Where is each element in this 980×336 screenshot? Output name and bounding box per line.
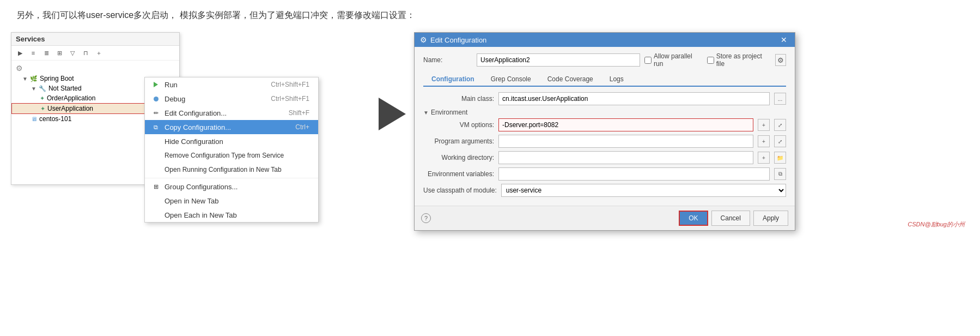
allow-parallel-checkbox[interactable] (644, 57, 652, 64)
open-tab-icon (151, 196, 160, 205)
vm-options-input[interactable] (498, 118, 753, 131)
main-class-input[interactable] (498, 92, 770, 105)
vm-options-fullscreen-btn[interactable]: ⤢ (774, 119, 786, 131)
menu-copy-label: Copy Configuration... (165, 123, 291, 131)
menu-edit-config[interactable]: ✏ Edit Configuration... Shift+F (145, 106, 318, 120)
program-args-input[interactable] (498, 135, 753, 148)
store-as-project-checkbox[interactable] (707, 57, 714, 64)
run-menu-icon (151, 80, 160, 89)
menu-edit-label: Edit Configuration... (165, 109, 284, 117)
springboot-icon: 🌿 (30, 75, 38, 82)
menu-open-running[interactable]: Open Running Configuration in New Tab (145, 163, 318, 177)
config-btn[interactable]: ⊓ (80, 47, 91, 58)
menu-open-each-label: Open Each in New Tab (165, 211, 309, 219)
environment-label: Environment (431, 109, 467, 116)
menu-debug[interactable]: Debug Ctrl+Shift+F1 (145, 92, 318, 106)
menu-open-tab[interactable]: Open in New Tab (145, 194, 318, 208)
menu-remove-config[interactable]: Remove Configuration Type from Service (145, 148, 318, 163)
environment-section-header[interactable]: ▼ Environment (423, 109, 786, 116)
working-dir-row: Working directory: + 📁 (423, 151, 786, 164)
classpath-row: Use classpath of module: user-service (423, 184, 786, 197)
vm-options-label: VM options: (423, 121, 494, 129)
tab-configuration[interactable]: Configuration (423, 72, 483, 87)
arrow-icon (379, 98, 406, 130)
env-vars-copy-btn[interactable]: ⧉ (774, 168, 786, 180)
help-icon[interactable]: ? (421, 213, 431, 223)
expand-icon2: ▼ (31, 86, 36, 92)
dialog-title-left: ⚙ Edit Configuration (420, 35, 486, 44)
dialog-title-icon: ⚙ (420, 35, 427, 44)
menu-debug-label: Debug (165, 95, 266, 103)
services-title: Services (16, 35, 45, 43)
server-icon: 🖥 (31, 116, 37, 122)
store-as-project-label: Store as project file (716, 52, 766, 68)
run-toolbar-btn[interactable]: ▶ (15, 47, 26, 58)
gear-tree-item: ⚙ (11, 63, 179, 74)
vm-options-expand-btn[interactable]: + (758, 119, 770, 131)
menu-divider (145, 178, 318, 178)
main-class-row: Main class: ... (423, 92, 786, 105)
group-btn[interactable]: ⊞ (54, 47, 65, 58)
menu-remove-label: Remove Configuration Type from Service (165, 152, 309, 159)
top-description: 另外，我们可以将user-service多次启动， 模拟多实例部署，但为了避免端… (0, 0, 980, 27)
tab-logs[interactable]: Logs (601, 72, 632, 86)
menu-group[interactable]: ⊞ Group Configurations... (145, 179, 318, 194)
program-args-label: Program arguments: (423, 137, 494, 145)
right-panel: ⚙ Edit Configuration ✕ Name: Allow paral… (414, 32, 969, 231)
key-icon: 🔧 (39, 85, 46, 92)
align-btn[interactable]: ≡ (28, 47, 39, 58)
main-content: Services ▶ ≡ ≣ ⊞ ▽ ⊓ ＋ ⚙ ▼ (0, 27, 980, 236)
classpath-select[interactable]: user-service (501, 184, 786, 197)
order-app-icon: ✦ (40, 95, 45, 102)
env-vars-row: Environment variables: ⧉ (423, 167, 786, 181)
order-app-label: OrderApplication (47, 94, 95, 102)
centos-label: centos-101 (39, 115, 71, 123)
apply-button[interactable]: Apply (753, 211, 788, 226)
menu-copy-shortcut: Ctrl+ (295, 123, 309, 131)
classpath-label: Use classpath of module: (423, 187, 497, 194)
filter-btn[interactable]: ▽ (67, 47, 78, 58)
ok-button[interactable]: OK (679, 211, 708, 226)
main-class-label: Main class: (423, 95, 494, 103)
tab-grep-console[interactable]: Grep Console (483, 72, 539, 86)
group-icon: ⊞ (151, 182, 160, 191)
add-btn[interactable]: ＋ (93, 47, 104, 58)
program-args-row: Program arguments: + ⤢ (423, 135, 786, 148)
menu-run-shortcut: Ctrl+Shift+F1 (271, 81, 309, 88)
dialog-footer: ? OK Cancel Apply (415, 206, 795, 230)
program-args-fullscreen-btn[interactable]: ⤢ (774, 135, 786, 147)
dialog-close-button[interactable]: ✕ (778, 35, 789, 44)
arrow-container (370, 98, 414, 130)
store-as-project-item: Store as project file (707, 52, 766, 68)
name-input[interactable] (477, 53, 640, 67)
watermark-text: CSDN@励bug的小州 (908, 220, 965, 229)
user-app-label: UserApplication (47, 105, 93, 112)
debug-menu-icon (151, 94, 160, 103)
program-args-expand-btn[interactable]: + (758, 135, 770, 147)
allow-parallel-label: Allow parallel run (654, 52, 698, 68)
edit-config-icon: ✏ (151, 109, 160, 117)
env-vars-input[interactable] (498, 167, 770, 181)
open-running-icon (151, 165, 160, 174)
menu-run[interactable]: Run Ctrl+Shift+F1 (145, 77, 318, 92)
expand-icon: ▼ (22, 76, 28, 82)
vm-options-row: VM options: + ⤢ (423, 118, 786, 131)
working-dir-folder-btn[interactable]: 📁 (774, 152, 786, 164)
main-class-browse-btn[interactable]: ... (774, 93, 786, 105)
align2-btn[interactable]: ≣ (41, 47, 52, 58)
user-app-icon: ✦ (40, 105, 45, 112)
options-icon-btn[interactable]: ⚙ (775, 54, 786, 66)
tab-code-coverage[interactable]: Code Coverage (539, 72, 601, 86)
working-dir-input[interactable] (498, 151, 753, 164)
menu-hide-config[interactable]: Hide Configuration (145, 134, 318, 148)
open-each-icon (151, 211, 160, 219)
menu-open-each[interactable]: Open Each in New Tab (145, 208, 318, 222)
section-chevron-icon: ▼ (423, 110, 429, 116)
context-menu: Run Ctrl+Shift+F1 Debug Ctrl+Shift+F1 ✏ … (144, 77, 319, 223)
working-dir-add-btn[interactable]: + (758, 152, 770, 164)
footer-buttons: OK Cancel Apply (679, 211, 788, 226)
name-row: Name: Allow parallel run Store as projec… (423, 52, 786, 68)
menu-copy-config[interactable]: ⧉ Copy Configuration... Ctrl+ (145, 120, 318, 134)
gear-icon: ⚙ (16, 64, 23, 73)
cancel-button[interactable]: Cancel (711, 211, 750, 226)
